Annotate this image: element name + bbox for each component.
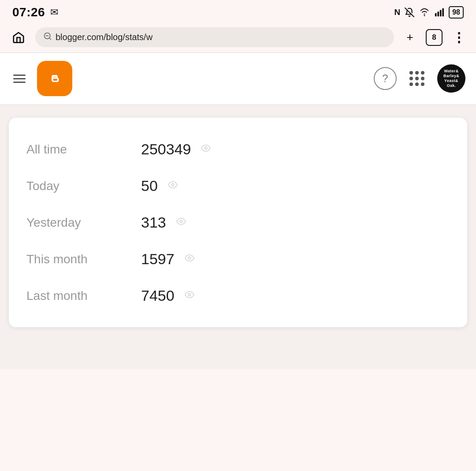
status-bar: 07:26 ✉ N 98	[0, 0, 476, 23]
stats-card: All time 250349 Today 50	[9, 118, 467, 327]
stat-row: All time 250349	[26, 131, 450, 168]
eye-icon[interactable]	[182, 289, 197, 303]
signal-icon	[435, 7, 444, 17]
battery-indicator: 98	[449, 6, 464, 19]
stat-label: This month	[26, 252, 141, 266]
status-right: N 98	[394, 6, 464, 19]
hamburger-line	[13, 75, 26, 76]
help-icon: ?	[382, 72, 388, 85]
home-button[interactable]	[9, 28, 28, 47]
browser-bar: blogger.com/blog/stats/w + 8 ⋮	[0, 23, 476, 52]
new-tab-button[interactable]: +	[401, 29, 419, 46]
nfc-icon: N	[394, 7, 400, 17]
svg-rect-3	[438, 11, 439, 16]
wifi-icon	[419, 7, 430, 17]
stat-row: Yesterday 313	[26, 204, 450, 241]
stat-row: This month 1597	[26, 241, 450, 277]
blogger-header: ? Water&Barley&Yeast&Oak.	[0, 53, 476, 105]
browser-actions: + 8 ⋮	[401, 29, 467, 46]
stat-value: 313	[141, 214, 166, 231]
apps-grid-button[interactable]	[405, 67, 428, 90]
svg-point-9	[205, 147, 208, 150]
svg-point-1	[424, 15, 425, 16]
status-time: 07:26	[12, 5, 45, 19]
stat-label: All time	[26, 142, 141, 157]
mail-icon: ✉	[50, 7, 58, 18]
mute-icon	[405, 7, 414, 17]
svg-point-13	[188, 293, 191, 296]
eye-icon[interactable]	[182, 252, 197, 266]
grid-dots-icon	[409, 71, 424, 86]
stat-label: Yesterday	[26, 216, 141, 230]
stat-value-wrap: 7450	[141, 287, 197, 304]
svg-rect-4	[440, 10, 442, 17]
profile-avatar-text: Water&Barley&Yeast&Oak.	[443, 69, 459, 88]
stat-value-wrap: 50	[141, 177, 180, 194]
svg-rect-5	[443, 8, 444, 16]
hamburger-menu-button[interactable]	[11, 72, 28, 86]
profile-avatar[interactable]: Water&Barley&Yeast&Oak.	[437, 64, 465, 93]
eye-icon[interactable]	[166, 179, 180, 193]
stat-row: Today 50	[26, 168, 450, 204]
help-button[interactable]: ?	[374, 67, 397, 90]
stat-value: 1597	[141, 250, 175, 268]
stat-value-wrap: 1597	[141, 250, 197, 268]
stat-label: Last month	[26, 289, 141, 303]
url-prefix-icon	[43, 32, 52, 43]
stat-value-wrap: 313	[141, 214, 188, 231]
hamburger-line	[13, 82, 26, 83]
url-bar[interactable]: blogger.com/blog/stats/w	[35, 27, 394, 47]
stat-value: 250349	[141, 141, 191, 158]
status-left: 07:26 ✉	[12, 5, 58, 19]
url-text: blogger.com/blog/stats/w	[56, 32, 152, 42]
stat-value-wrap: 250349	[141, 141, 213, 158]
svg-rect-2	[435, 13, 437, 16]
hamburger-line	[13, 78, 26, 79]
svg-point-12	[188, 257, 191, 259]
blogger-logo[interactable]	[37, 61, 72, 96]
svg-line-0	[405, 8, 414, 17]
main-content: All time 250349 Today 50	[0, 105, 476, 369]
eye-icon[interactable]	[174, 216, 188, 229]
stat-row: Last month 7450	[26, 277, 450, 314]
svg-point-11	[180, 220, 182, 223]
svg-line-7	[49, 38, 51, 40]
stat-value: 7450	[141, 287, 175, 304]
stat-value: 50	[141, 177, 158, 194]
stat-label: Today	[26, 179, 141, 193]
tab-switcher-button[interactable]: 8	[426, 29, 443, 46]
svg-point-10	[171, 183, 174, 186]
eye-icon[interactable]	[199, 142, 213, 156]
more-menu-button[interactable]: ⋮	[450, 29, 467, 46]
